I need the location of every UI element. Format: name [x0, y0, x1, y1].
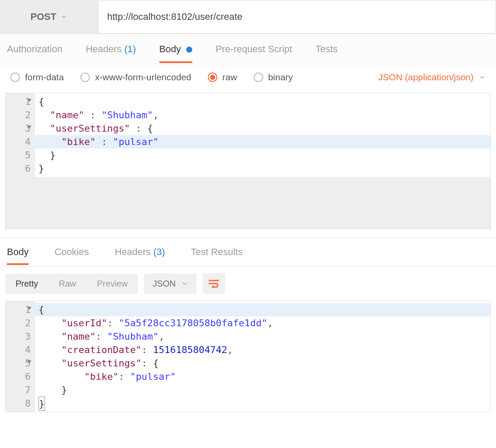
view-preview[interactable]: Preview [86, 274, 138, 294]
tab-headers-label: Headers [86, 44, 121, 54]
radio-label: x-www-form-urlencoded [95, 72, 191, 82]
wrap-lines-button[interactable] [203, 273, 225, 294]
resp-tab-cookies[interactable]: Cookies [54, 240, 89, 265]
request-tabs: Authorization Headers (1) Body Pre-reque… [0, 34, 496, 64]
radio-icon [254, 73, 263, 82]
chevron-down-icon [479, 74, 486, 81]
unsaved-dot-icon [186, 47, 192, 53]
wrap-icon [208, 279, 219, 288]
editor-gutter: 1 2 3 4 5 6 7 8 [6, 301, 35, 412]
fold-icon[interactable] [27, 307, 32, 310]
content-type-label: JSON (application/json) [378, 72, 474, 82]
chevron-down-icon [181, 280, 188, 287]
fold-icon[interactable] [27, 360, 32, 363]
tab-headers-count: (1) [124, 44, 136, 54]
tab-body-label: Body [159, 44, 181, 54]
radio-urlencoded[interactable]: x-www-form-urlencoded [80, 72, 191, 82]
radio-label: form-data [25, 72, 64, 82]
editor-gutter: 1 2 3 4 5 6 [6, 93, 35, 177]
radio-form-data[interactable]: form-data [10, 72, 64, 82]
radio-label: binary [268, 72, 293, 82]
tab-authorization[interactable]: Authorization [7, 36, 62, 63]
radio-icon [80, 73, 90, 82]
fold-icon[interactable] [27, 99, 32, 102]
editor-empty-area[interactable] [6, 177, 490, 229]
body-type-row: form-data x-www-form-urlencoded raw bina… [0, 64, 496, 90]
resp-tab-headers-count: (3) [153, 246, 165, 257]
radio-raw[interactable]: raw [208, 72, 237, 82]
resp-tab-headers[interactable]: Headers (3) [115, 240, 165, 265]
response-toolbar: Pretty Raw Preview JSON [0, 266, 496, 301]
request-body-editor[interactable]: 1 2 3 4 5 6 { "name" : "Shubham", "userS… [5, 93, 491, 229]
view-pretty[interactable]: Pretty [5, 274, 48, 294]
response-body-editor[interactable]: 1 2 3 4 5 6 7 8 { "userId": "5a5f28cc317… [5, 301, 491, 412]
radio-binary[interactable]: binary [254, 72, 293, 82]
radio-label: raw [223, 72, 237, 82]
radio-icon [208, 73, 217, 82]
editor-code[interactable]: { "userId": "5a5f28cc3178058b0fafe1dd", … [35, 301, 490, 412]
resp-tab-tests[interactable]: Test Results [191, 240, 243, 265]
response-format-label: JSON [153, 279, 175, 289]
response-format-select[interactable]: JSON [144, 274, 196, 294]
resp-tab-body[interactable]: Body [7, 240, 29, 265]
editor-code[interactable]: { "name" : "Shubham", "userSettings" : {… [35, 93, 490, 177]
radio-icon [10, 73, 20, 82]
content-type-select[interactable]: JSON (application/json) [378, 72, 486, 82]
tab-headers[interactable]: Headers (1) [86, 36, 136, 63]
http-method-label: POST [31, 11, 57, 22]
resp-tab-headers-label: Headers [115, 246, 151, 257]
http-method-select[interactable]: POST [0, 0, 99, 34]
response-tabs: Body Cookies Headers (3) Test Results [0, 238, 496, 266]
fold-icon[interactable] [27, 126, 32, 129]
view-raw[interactable]: Raw [48, 274, 86, 294]
tab-tests[interactable]: Tests [315, 36, 337, 63]
svg-marker-1 [211, 285, 214, 288]
view-mode-group: Pretty Raw Preview [5, 274, 138, 294]
tab-prerequest[interactable]: Pre-request Script [216, 36, 292, 63]
tab-body[interactable]: Body [159, 36, 192, 63]
request-url-input[interactable] [99, 0, 496, 34]
chevron-down-icon [60, 13, 67, 20]
